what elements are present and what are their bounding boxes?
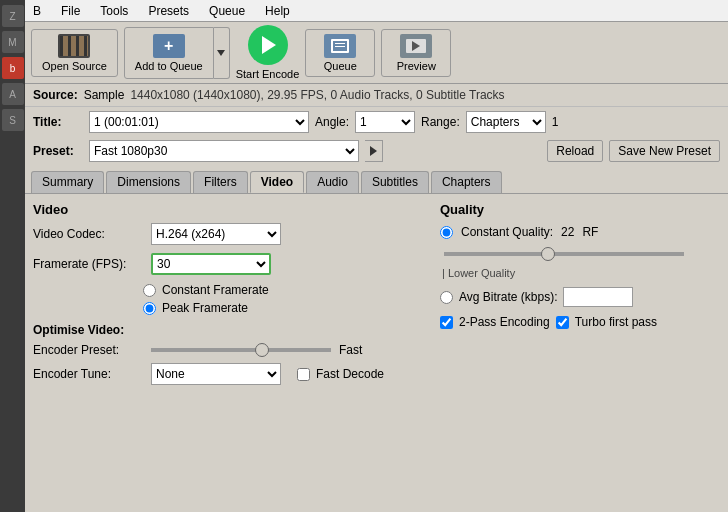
dropdown-arrow-icon	[217, 50, 225, 56]
angle-select[interactable]: 1	[355, 111, 415, 133]
fast-decode-checkbox[interactable]	[297, 368, 310, 381]
turbo-label: Turbo first pass	[575, 315, 657, 329]
reload-button[interactable]: Reload	[547, 140, 603, 162]
fast-decode-label: Fast Decode	[316, 367, 384, 381]
sidebar-icon-2[interactable]: M	[2, 31, 24, 53]
title-select[interactable]: 1 (00:01:01)	[89, 111, 309, 133]
menu-file[interactable]: File	[57, 3, 84, 19]
two-pass-label: 2-Pass Encoding	[459, 315, 550, 329]
save-new-preset-button[interactable]: Save New Preset	[609, 140, 720, 162]
fps-row: Framerate (FPS): Same as source 5 10 12 …	[33, 253, 420, 275]
title-row: Title: 1 (00:01:01) Angle: 1 Range: Chap…	[25, 107, 728, 137]
constant-quality-row: Constant Quality: 22 RF	[440, 225, 720, 239]
tab-video[interactable]: Video	[250, 171, 304, 193]
source-label: Source:	[33, 88, 78, 102]
queue-button[interactable]: Queue	[305, 29, 375, 77]
rf-label: RF	[582, 225, 598, 239]
tab-dimensions[interactable]: Dimensions	[106, 171, 191, 193]
encoder-tune-select[interactable]: None Film Animation Grain Still Image PS…	[151, 363, 281, 385]
optimise-title: Optimise Video:	[33, 323, 420, 337]
video-panel: Video Video Codec: H.264 (x264) H.265 (x…	[33, 202, 440, 504]
encoding-options-row: 2-Pass Encoding Turbo first pass	[440, 315, 720, 329]
source-info: 1440x1080 (1440x1080), 29.95 FPS, 0 Audi…	[130, 88, 504, 102]
app-sidebar: Z M b A S	[0, 0, 25, 512]
preview-label: Preview	[397, 60, 436, 72]
source-value: Sample	[84, 88, 125, 102]
quality-slider-row	[440, 245, 720, 259]
main-content: Video Video Codec: H.264 (x264) H.265 (x…	[25, 194, 728, 512]
constant-quality-radio[interactable]	[440, 226, 453, 239]
constant-quality-value: 22	[561, 225, 574, 239]
angle-label: Angle:	[315, 115, 349, 129]
open-source-label: Open Source	[42, 60, 107, 72]
title-label: Title:	[33, 115, 83, 129]
open-source-button[interactable]: Open Source	[31, 29, 118, 77]
tab-audio[interactable]: Audio	[306, 171, 359, 193]
constant-framerate-radio[interactable]	[143, 284, 156, 297]
range-label: Range:	[421, 115, 460, 129]
preset-row: Preset: Fast 1080p30 Reload Save New Pre…	[25, 137, 728, 165]
fps-select[interactable]: Same as source 5 10 12 15 20 23.976 24 2…	[151, 253, 271, 275]
start-encode-icon	[248, 25, 288, 65]
encoder-preset-value: Fast	[339, 343, 362, 357]
tabs-bar: Summary Dimensions Filters Video Audio S…	[25, 165, 728, 194]
avg-bitrate-row: Avg Bitrate (kbps):	[440, 287, 720, 307]
start-encode-label: Start Encode	[236, 68, 300, 80]
peak-framerate-row: Peak Framerate	[143, 301, 420, 315]
fps-label: Framerate (FPS):	[33, 257, 143, 271]
video-title: Video	[33, 202, 420, 217]
menu-presets[interactable]: Presets	[144, 3, 193, 19]
quality-panel: Quality Constant Quality: 22 RF | Lower …	[440, 202, 720, 504]
add-to-queue-button[interactable]: + Add to Queue	[124, 27, 214, 79]
tab-chapters[interactable]: Chapters	[431, 171, 502, 193]
add-to-queue-dropdown[interactable]	[214, 27, 230, 79]
tab-summary[interactable]: Summary	[31, 171, 104, 193]
sidebar-icon-5[interactable]: S	[2, 109, 24, 131]
encoder-preset-label: Encoder Preset:	[33, 343, 143, 357]
framerate-mode-group: Constant Framerate Peak Framerate	[143, 283, 420, 315]
encoder-tune-row: Encoder Tune: None Film Animation Grain …	[33, 363, 420, 385]
turbo-checkbox[interactable]	[556, 316, 569, 329]
start-encode-button[interactable]: Start Encode	[236, 25, 300, 80]
constant-framerate-row: Constant Framerate	[143, 283, 420, 297]
avg-bitrate-label: Avg Bitrate (kbps):	[459, 290, 557, 304]
tab-subtitles[interactable]: Subtitles	[361, 171, 429, 193]
two-pass-checkbox[interactable]	[440, 316, 453, 329]
preset-select[interactable]: Fast 1080p30	[89, 140, 359, 162]
avg-bitrate-radio[interactable]	[440, 291, 453, 304]
preview-button[interactable]: Preview	[381, 29, 451, 77]
constant-framerate-label: Constant Framerate	[162, 283, 269, 297]
add-to-queue-icon: +	[153, 34, 185, 58]
preset-label: Preset:	[33, 144, 83, 158]
tab-filters[interactable]: Filters	[193, 171, 248, 193]
constant-quality-label: Constant Quality:	[461, 225, 553, 239]
quality-title: Quality	[440, 202, 720, 217]
preview-icon	[400, 34, 432, 58]
bitrate-input[interactable]	[563, 287, 633, 307]
open-source-icon	[58, 34, 90, 58]
encoder-tune-label: Encoder Tune:	[33, 367, 143, 381]
range-select[interactable]: Chapters	[466, 111, 546, 133]
sidebar-icon-3[interactable]: b	[2, 57, 24, 79]
preset-arrow-icon	[370, 146, 377, 156]
source-bar: Source: Sample 1440x1080 (1440x1080), 29…	[25, 84, 728, 107]
codec-row: Video Codec: H.264 (x264) H.265 (x265) M…	[33, 223, 420, 245]
quality-slider[interactable]	[444, 252, 684, 256]
peak-framerate-label: Peak Framerate	[162, 301, 248, 315]
peak-framerate-radio[interactable]	[143, 302, 156, 315]
add-to-queue-label: Add to Queue	[135, 60, 203, 72]
menu-bar: B File Tools Presets Queue Help	[25, 0, 728, 22]
toolbar: Open Source + Add to Queue Start Encode	[25, 22, 728, 84]
sidebar-icon-1[interactable]: Z	[2, 5, 24, 27]
menu-help[interactable]: Help	[261, 3, 294, 19]
fast-decode-row: Fast Decode	[297, 367, 384, 381]
preset-arrow-btn[interactable]	[365, 140, 383, 162]
menu-tools[interactable]: Tools	[96, 3, 132, 19]
codec-label: Video Codec:	[33, 227, 143, 241]
encoder-preset-slider[interactable]	[151, 348, 331, 352]
lower-quality-label: | Lower Quality	[440, 267, 720, 279]
codec-select[interactable]: H.264 (x264) H.265 (x265) MPEG-4 MPEG-2 …	[151, 223, 281, 245]
menu-b[interactable]: B	[29, 3, 45, 19]
sidebar-icon-4[interactable]: A	[2, 83, 24, 105]
menu-queue[interactable]: Queue	[205, 3, 249, 19]
